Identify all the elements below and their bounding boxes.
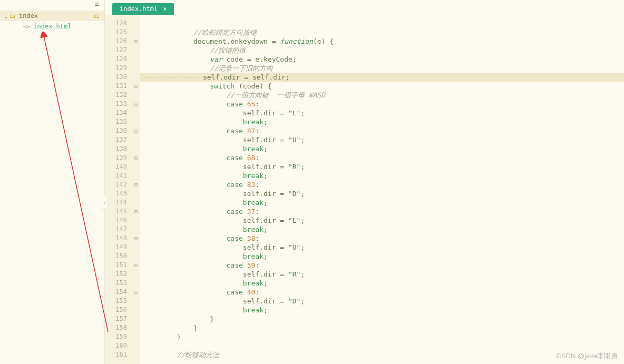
line-number: 159 bbox=[105, 332, 131, 341]
line-number: 134 bbox=[105, 109, 131, 117]
code-line[interactable]: case 83: bbox=[140, 180, 624, 189]
code-line[interactable]: break; bbox=[140, 225, 624, 234]
line-number: 149 bbox=[105, 243, 131, 252]
line-number: 125 bbox=[105, 28, 131, 37]
line-number: 139 bbox=[105, 153, 131, 162]
line-number: 136 bbox=[105, 126, 131, 135]
line-number: 154 bbox=[105, 288, 131, 297]
code-line[interactable]: } bbox=[140, 332, 624, 341]
close-icon[interactable]: × bbox=[163, 5, 167, 13]
code-line[interactable]: //给蛇绑定方向按键 bbox=[140, 28, 624, 37]
line-number: 138 bbox=[105, 144, 131, 153]
code-line[interactable]: document.onkeydown = function(e) { bbox=[140, 37, 624, 46]
line-number: 160 bbox=[105, 341, 131, 350]
folder-icon: 🗀 bbox=[9, 12, 16, 19]
line-number: 148 bbox=[105, 234, 131, 243]
code-line[interactable]: self.dir = "L"; bbox=[140, 109, 624, 117]
line-number-gutter: 1241251261271281291301311321331341351361… bbox=[105, 15, 131, 364]
code-line[interactable]: case 38: bbox=[140, 234, 624, 243]
file-label: index.html bbox=[33, 23, 71, 30]
code-line[interactable]: case 39: bbox=[140, 261, 624, 270]
line-number: 150 bbox=[105, 252, 131, 261]
code-line[interactable] bbox=[140, 19, 624, 28]
line-number: 152 bbox=[105, 270, 131, 279]
code-line[interactable]: self.dir = "U"; bbox=[140, 135, 624, 144]
line-number: 156 bbox=[105, 306, 131, 314]
code-line[interactable]: self.dir = "D"; bbox=[140, 189, 624, 198]
code-line[interactable]: break; bbox=[140, 252, 624, 261]
line-number: 131 bbox=[105, 82, 131, 91]
code-line[interactable]: self.dir = "R"; bbox=[140, 162, 624, 171]
code-line[interactable]: break; bbox=[140, 117, 624, 126]
tab-bar: index.html × bbox=[105, 0, 624, 15]
line-number: 137 bbox=[105, 135, 131, 144]
code-line[interactable] bbox=[140, 341, 624, 350]
code-line[interactable]: case 87: bbox=[140, 126, 624, 135]
line-number: 126 bbox=[105, 37, 131, 46]
folder-label: index bbox=[19, 12, 38, 19]
fold-column bbox=[131, 15, 140, 364]
line-number: 128 bbox=[105, 55, 131, 64]
line-number: 130 bbox=[105, 73, 131, 82]
code-area[interactable]: //给蛇绑定方向按键 document.onkeydown = function… bbox=[140, 15, 624, 364]
code-line[interactable]: } bbox=[140, 323, 624, 332]
line-number: 129 bbox=[105, 64, 131, 73]
line-number: 140 bbox=[105, 162, 131, 171]
code-line[interactable]: self.dir = "R"; bbox=[140, 270, 624, 279]
folder-index[interactable]: ⌄ 🗀 index 🗀 bbox=[0, 11, 104, 21]
code-line[interactable]: break; bbox=[140, 144, 624, 153]
line-number: 153 bbox=[105, 279, 131, 288]
line-number: 147 bbox=[105, 225, 131, 234]
code-line[interactable]: //蛇移动方法 bbox=[140, 350, 624, 359]
code-line[interactable]: case 37: bbox=[140, 207, 624, 216]
code-line[interactable]: break; bbox=[140, 171, 624, 180]
code-line[interactable]: self.dir = "U"; bbox=[140, 243, 624, 252]
watermark: CSDN @java李阳勇 bbox=[557, 351, 618, 361]
code-line[interactable]: case 40: bbox=[140, 288, 624, 297]
code-line[interactable]: case 65: bbox=[140, 100, 624, 109]
chevron-down-icon: ⌄ bbox=[4, 13, 7, 19]
line-number: 157 bbox=[105, 314, 131, 323]
line-number: 143 bbox=[105, 189, 131, 198]
line-number: 132 bbox=[105, 91, 131, 100]
file-index-html[interactable]: <> index.html bbox=[0, 21, 104, 32]
code-line[interactable]: break; bbox=[140, 306, 624, 314]
code-line[interactable]: //记录一下旧的方向 bbox=[140, 64, 624, 73]
code-line[interactable]: case 68: bbox=[140, 153, 624, 162]
line-number: 124 bbox=[105, 19, 131, 28]
code-line[interactable]: break; bbox=[140, 198, 624, 207]
editor-main: index.html × 124125126127128129130131132… bbox=[105, 0, 624, 364]
line-number: 151 bbox=[105, 261, 131, 270]
editor[interactable]: 1241251261271281291301311321331341351361… bbox=[105, 15, 624, 364]
line-number: 144 bbox=[105, 198, 131, 207]
code-line[interactable]: self.dir = "L"; bbox=[140, 216, 624, 225]
folder-open-icon: 🗀 bbox=[94, 12, 100, 19]
line-number: 142 bbox=[105, 180, 131, 189]
line-number: 135 bbox=[105, 117, 131, 126]
line-number: 145 bbox=[105, 207, 131, 216]
line-number: 155 bbox=[105, 297, 131, 306]
code-line[interactable]: } bbox=[140, 314, 624, 323]
tab-index-html[interactable]: index.html × bbox=[112, 3, 174, 15]
code-line[interactable]: var code = e.keyCode; bbox=[140, 55, 624, 64]
file-explorer: ≡ ⌄ 🗀 index 🗀 <> index.html ‹ bbox=[0, 0, 105, 364]
code-line[interactable]: self.dir = "D"; bbox=[140, 297, 624, 306]
line-number: 141 bbox=[105, 171, 131, 180]
code-line[interactable]: //一组方向键 一组字母 WASD bbox=[140, 91, 624, 100]
tab-label: index.html bbox=[120, 5, 158, 13]
code-line[interactable]: switch (code) { bbox=[140, 82, 624, 91]
sidebar-menu-icon[interactable]: ≡ bbox=[0, 0, 104, 11]
code-line[interactable]: break; bbox=[140, 279, 624, 288]
html-file-icon: <> bbox=[23, 23, 30, 30]
code-line[interactable]: self.odir = self.dir; bbox=[140, 73, 624, 82]
line-number: 146 bbox=[105, 216, 131, 225]
line-number: 133 bbox=[105, 100, 131, 109]
line-number: 161 bbox=[105, 350, 131, 359]
line-number: 158 bbox=[105, 323, 131, 332]
line-number: 127 bbox=[105, 46, 131, 55]
code-line[interactable]: //按键的值 bbox=[140, 46, 624, 55]
